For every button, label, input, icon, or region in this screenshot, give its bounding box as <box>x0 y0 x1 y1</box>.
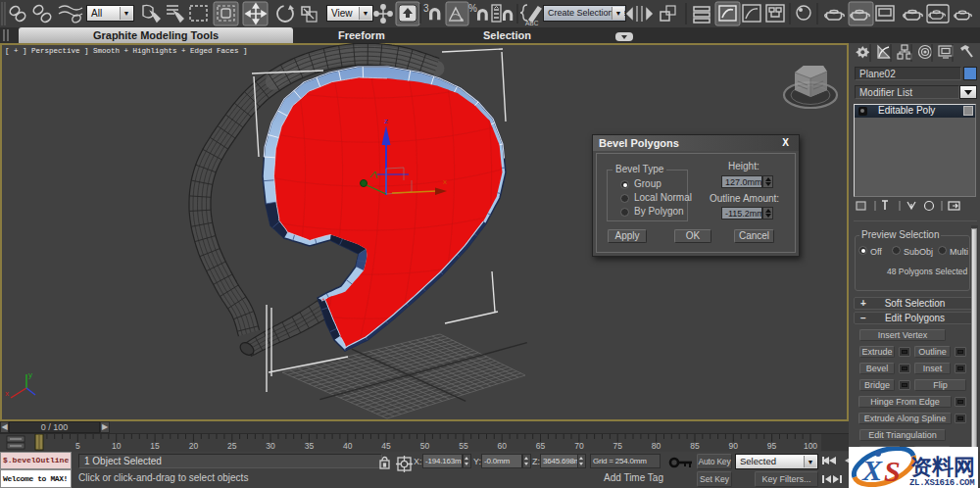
svg-text:55: 55 <box>459 441 468 451</box>
svg-text:ABC: ABC <box>525 20 539 26</box>
svg-text:50: 50 <box>420 441 430 451</box>
svg-text:x: x <box>5 389 9 398</box>
svg-text:x: x <box>443 177 447 186</box>
svg-text:5: 5 <box>75 441 80 451</box>
svg-text:40: 40 <box>343 441 353 451</box>
svg-text:80: 80 <box>652 441 662 451</box>
svg-text:60: 60 <box>497 441 507 451</box>
svg-text:3: 3 <box>423 3 429 14</box>
svg-text:X: X <box>861 454 883 486</box>
svg-text:35: 35 <box>305 441 315 451</box>
svg-text:S: S <box>884 455 901 487</box>
svg-text:95: 95 <box>767 441 777 451</box>
svg-text:30: 30 <box>266 441 275 451</box>
svg-text:资料网: 资料网 <box>910 455 975 479</box>
svg-text:10: 10 <box>112 441 122 451</box>
svg-text:75: 75 <box>612 441 622 451</box>
svg-text:y: y <box>28 370 32 379</box>
svg-text:85: 85 <box>690 441 700 451</box>
svg-text:15: 15 <box>150 441 160 451</box>
svg-text:z: z <box>384 117 388 125</box>
svg-text:25: 25 <box>227 441 237 451</box>
svg-text:ZL.XS1616.COM: ZL.XS1616.COM <box>909 478 974 488</box>
svg-text:65: 65 <box>536 441 546 451</box>
svg-text:70: 70 <box>574 441 584 451</box>
svg-text:100: 100 <box>804 441 817 451</box>
svg-text:90: 90 <box>729 441 739 451</box>
svg-text:%: % <box>468 3 477 14</box>
svg-text:45: 45 <box>381 441 391 451</box>
svg-text:20: 20 <box>189 441 199 451</box>
